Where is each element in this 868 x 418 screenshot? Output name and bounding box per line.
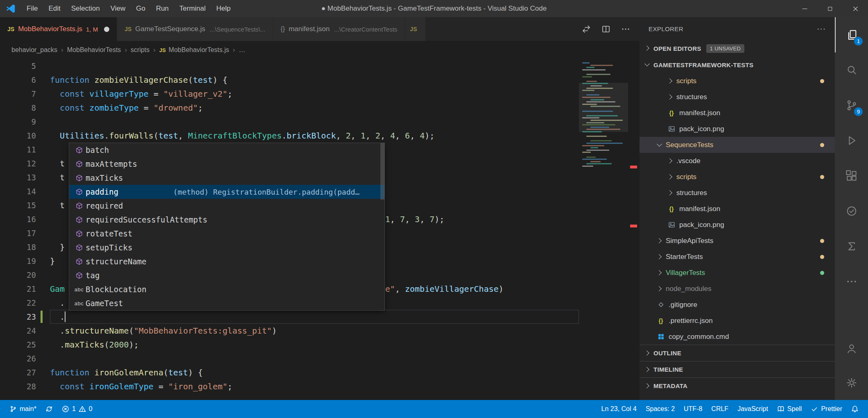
tree-item-node_modules[interactable]: node_modules — [640, 281, 835, 297]
more-activity-icon[interactable] — [835, 264, 868, 299]
suggestion-required[interactable]: required — [69, 199, 384, 213]
error-mark — [630, 225, 637, 227]
suggestion-maxAttempts[interactable]: maxAttempts — [69, 157, 384, 171]
suggestion-GameTest[interactable]: abcGameTest — [69, 296, 384, 310]
status-cursor-position[interactable]: Ln 23, Col 4 — [597, 400, 641, 418]
tree-item-scripts[interactable]: scripts — [640, 73, 835, 89]
tree-item-manifest.json[interactable]: {}manifest.json — [640, 105, 835, 121]
open-editors-header[interactable]: OPEN EDITORS 1 UNSAVED — [640, 40, 835, 57]
tab-label: MobBehaviorTests.js — [18, 25, 82, 33]
tree-item-pack_icon.png[interactable]: pack_icon.png — [640, 121, 835, 137]
line-number: 22 — [0, 296, 36, 310]
suggest-scrollbar[interactable] — [380, 143, 384, 200]
menu-run[interactable]: Run — [151, 0, 174, 17]
tree-item-SequenceTests[interactable]: SequenceTests — [640, 137, 835, 153]
tree-item-copy_common.cmd[interactable]: copy_common.cmd — [640, 329, 835, 345]
status-branch[interactable]: main* — [5, 400, 41, 418]
tree-item-StarterTests[interactable]: StarterTests — [640, 249, 835, 265]
tree-item-scripts[interactable]: scripts — [640, 169, 835, 185]
tab-partial[interactable]: JS — [405, 17, 425, 41]
menu-view[interactable]: View — [105, 0, 131, 17]
suggestion-label: structureName — [86, 257, 147, 266]
tab-MobBehaviorTests.js[interactable]: JSMobBehaviorTests.js1, M — [0, 17, 117, 41]
suggestion-setupTicks[interactable]: setupTicks — [69, 241, 384, 254]
status-spell[interactable]: Spell — [773, 400, 807, 418]
tab-label: GameTestSequence.js — [135, 25, 205, 33]
modified-dot-icon[interactable] — [104, 27, 109, 32]
source-control-activity-icon[interactable]: 9 — [835, 88, 868, 123]
status-eol[interactable]: CRLF — [707, 400, 733, 418]
chevron-right-icon — [667, 77, 674, 85]
status-language[interactable]: JavaScript — [733, 400, 773, 418]
status-label: Spaces: 2 — [646, 405, 675, 413]
tree-item-.prettierrc.json[interactable]: {}.prettierrc.json — [640, 313, 835, 329]
panel-metadata[interactable]: METADATA — [640, 377, 835, 394]
chevron-right-icon — [667, 93, 674, 101]
sidebar-more-actions-icon[interactable]: ··· — [817, 24, 826, 33]
tree-item-SimpleApiTests[interactable]: SimpleApiTests — [640, 233, 835, 249]
panel-outline[interactable]: OUTLINE — [640, 345, 835, 361]
breadcrumb-file[interactable]: MobBehaviorTests.js — [169, 46, 229, 54]
status-indentation[interactable]: Spaces: 2 — [641, 400, 679, 418]
search-activity-icon[interactable] — [835, 52, 868, 88]
menu-edit[interactable]: Edit — [43, 0, 66, 17]
tree-item-.vscode[interactable]: .vscode — [640, 153, 835, 169]
tree-item-VillagerTests[interactable]: VillagerTests — [640, 265, 835, 281]
tab-GameTestSequence.js[interactable]: JSGameTestSequence.js...\SequenceTests\.… — [117, 17, 273, 41]
menu-selection[interactable]: Selection — [66, 0, 105, 17]
suggestion-BlockLocation[interactable]: abcBlockLocation — [69, 282, 384, 296]
close-icon[interactable] — [843, 0, 868, 17]
suggestion-batch[interactable]: batch — [69, 143, 384, 157]
extensions-activity-icon[interactable] — [835, 158, 868, 193]
vscode-window: FileEditSelectionViewGoRunTerminalHelp ●… — [0, 0, 868, 418]
run-debug-activity-icon[interactable] — [835, 123, 868, 158]
panel-timeline[interactable]: TIMELINE — [640, 361, 835, 377]
suggestion-tag[interactable]: tag — [69, 268, 384, 282]
explorer-activity-icon[interactable]: 1 — [835, 17, 868, 52]
menu-file[interactable]: File — [21, 0, 43, 17]
account-icon[interactable] — [835, 331, 868, 366]
more-actions-icon[interactable] — [616, 17, 635, 41]
maximize-icon[interactable] — [817, 0, 843, 17]
editor-group: JSMobBehaviorTests.js1, MJSGameTestSeque… — [0, 17, 640, 400]
tab-manifest.json[interactable]: {}manifest.json...\CreatorContentTests — [273, 17, 405, 41]
chevron-right-icon — [644, 45, 651, 52]
minimize-icon[interactable] — [792, 0, 817, 17]
tree-item-structures[interactable]: structures — [640, 185, 835, 201]
tree-item-pack_icon.png[interactable]: pack_icon.png — [640, 217, 835, 233]
status-notifications[interactable] — [847, 400, 863, 418]
suggestion-rotateTest[interactable]: rotateTest — [69, 227, 384, 241]
menu-help[interactable]: Help — [211, 0, 236, 17]
suggestion-maxTicks[interactable]: maxTicks — [69, 171, 384, 185]
status-sync[interactable] — [41, 400, 57, 418]
tree-item-manifest.json[interactable]: {}manifest.json — [640, 201, 835, 217]
workspace-root-header[interactable]: GAMETESTFRAMEWORK-TESTS — [640, 57, 835, 73]
breadcrumb-item[interactable]: MobBehaviorTests — [67, 46, 121, 54]
tree-item-label: copy_common.cmd — [669, 333, 729, 341]
settings-icon[interactable] — [835, 366, 868, 400]
line-number: 27 — [0, 366, 36, 379]
tree-item-structures[interactable]: structures — [640, 89, 835, 105]
minimap[interactable] — [579, 59, 628, 400]
menu-terminal[interactable]: Terminal — [174, 0, 211, 17]
vscode-logo-icon — [0, 0, 21, 17]
open-changes-icon[interactable] — [576, 17, 596, 41]
gutter — [36, 101, 50, 115]
status-problems[interactable]: 10 — [57, 400, 97, 418]
split-editor-icon[interactable] — [596, 17, 616, 41]
output-activity-icon[interactable] — [835, 229, 868, 264]
status-prettier[interactable]: Prettier — [806, 400, 847, 418]
status-label: Prettier — [821, 405, 842, 413]
testing-activity-icon[interactable] — [835, 193, 868, 229]
status-encoding[interactable]: UTF-8 — [679, 400, 707, 418]
tree-item-label: pack_icon.png — [679, 221, 724, 229]
suggestion-padding[interactable]: padding(method) RegistrationBuilder.padd… — [69, 185, 384, 199]
line-number: 24 — [0, 324, 36, 338]
breadcrumb-item[interactable]: behavior_packs — [11, 46, 57, 54]
breadcrumb-symbol-placeholder[interactable]: … — [239, 46, 245, 54]
suggestion-requiredSuccessfulAttempts[interactable]: requiredSuccessfulAttempts — [69, 213, 384, 227]
breadcrumb-item[interactable]: scripts — [131, 46, 149, 54]
tree-item-.gitignore[interactable]: .gitignore — [640, 297, 835, 313]
menu-go[interactable]: Go — [131, 0, 151, 17]
suggestion-structureName[interactable]: structureName — [69, 254, 384, 268]
